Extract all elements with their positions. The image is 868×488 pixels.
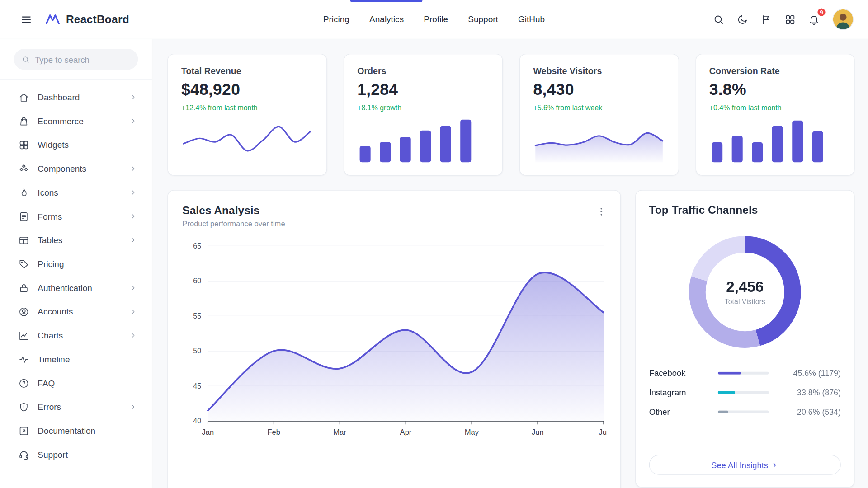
sidebar-item-label: Forms (38, 211, 121, 221)
doc-icon (18, 425, 29, 436)
sidebar-item-label: Documentation (38, 426, 137, 436)
tag-icon (18, 258, 29, 270)
user-avatar[interactable] (833, 9, 854, 30)
stat-card-website-visitors: Website Visitors8,430+5.6% from last wee… (519, 54, 679, 176)
sidebar-item-support[interactable]: Support (8, 443, 144, 467)
sidebar-item-label: Widgets (38, 140, 137, 150)
stat-sparkline (533, 115, 665, 164)
home-icon (18, 92, 29, 103)
sidebar-item-pricing[interactable]: Pricing (8, 252, 144, 276)
channel-progress-fill (718, 372, 741, 375)
search-icon (712, 14, 724, 25)
stat-title: Conversion Rate (709, 66, 841, 76)
apps-grid-icon (784, 14, 796, 25)
language-button[interactable] (757, 10, 776, 29)
chevron-right-icon (129, 117, 137, 125)
svg-text:40: 40 (193, 417, 201, 425)
channel-stat: 45.6% (1179) (775, 369, 841, 378)
nav-profile[interactable]: Profile (416, 0, 456, 39)
sidebar-item-forms[interactable]: Forms (8, 204, 144, 228)
sidebar-item-label: Icons (38, 188, 121, 197)
dark-mode-button[interactable] (733, 10, 752, 29)
bag-icon (18, 116, 29, 127)
apps-button[interactable] (780, 10, 799, 29)
stat-delta: +5.6% from last week (533, 103, 665, 112)
shell: DashboardEcommerceWidgetsComponentsIcons… (0, 39, 868, 488)
sidebar-item-label: Components (38, 164, 121, 174)
sidebar-item-authentication[interactable]: Authentication (8, 276, 144, 300)
headset-icon (18, 449, 29, 460)
channel-name: Instagram (649, 388, 711, 397)
sidebar-item-dashboard[interactable]: Dashboard (8, 85, 144, 109)
sidebar-item-components[interactable]: Components (8, 157, 144, 181)
topbar-left: ReactBoard (17, 10, 129, 29)
svg-text:65: 65 (193, 242, 201, 250)
sidebar-item-tables[interactable]: Tables (8, 228, 144, 252)
chevron-right-icon (129, 403, 137, 411)
nav-pricing[interactable]: Pricing (316, 0, 357, 39)
sidebar-nav: DashboardEcommerceWidgetsComponentsIcons… (0, 80, 152, 472)
svg-text:Jul: Jul (599, 428, 607, 436)
sidebar-item-faq[interactable]: FAQ (8, 371, 144, 395)
svg-text:45: 45 (193, 382, 201, 390)
topbar-right: 9 (709, 9, 854, 30)
nav-label: Support (468, 14, 498, 24)
channel-stat: 33.8% (876) (775, 388, 841, 397)
nav-label: Pricing (323, 14, 349, 24)
stat-card-conversion-rate: Conversion Rate3.8%+0.4% from last month (695, 54, 854, 176)
svg-text:May: May (465, 428, 479, 436)
sidebar-item-label: Charts (38, 330, 121, 340)
components-icon (18, 163, 29, 174)
nav-github[interactable]: GitHub (510, 0, 552, 39)
sidebar-item-label: Ecommerce (38, 116, 121, 126)
channel-progress-bar (718, 391, 769, 394)
sidebar-item-errors[interactable]: Errors (8, 395, 144, 419)
sidebar-item-charts[interactable]: Charts (8, 324, 144, 347)
traffic-donut-svg (681, 228, 809, 356)
brand-text: ReactBoard (66, 13, 129, 26)
menu-button[interactable] (17, 10, 36, 29)
traffic-card-title: Top Traffic Channels (649, 204, 841, 216)
sidebar-search-input[interactable] (35, 55, 130, 64)
channel-progress-fill (718, 391, 735, 394)
channel-list: Facebook45.6% (1179)Instagram33.8% (876)… (649, 368, 841, 417)
channel-progress-bar (718, 411, 769, 413)
page-scale-wrapper: ReactBoard PricingAnalyticsProfileSuppor… (0, 0, 868, 488)
stat-delta: +12.4% from last month (181, 103, 313, 112)
sidebar: DashboardEcommerceWidgetsComponentsIcons… (0, 39, 152, 488)
channel-row-instagram: Instagram33.8% (876) (649, 388, 841, 397)
channel-progress-bar (718, 372, 769, 375)
sidebar-item-widgets[interactable]: Widgets (8, 133, 144, 157)
sidebar-item-label: Errors (38, 402, 121, 412)
sales-card-menu-button[interactable] (593, 203, 610, 221)
sidebar-item-documentation[interactable]: Documentation (8, 419, 144, 443)
sidebar-item-label: Accounts (38, 307, 121, 317)
app: ReactBoard PricingAnalyticsProfileSuppor… (0, 0, 868, 488)
notifications: 9 (804, 10, 823, 29)
nav-analytics[interactable]: Analytics (362, 0, 411, 39)
sidebar-item-timeline[interactable]: Timeline (8, 347, 144, 371)
top-navigation: PricingAnalyticsProfileSupportGitHub (316, 0, 553, 39)
topbar: ReactBoard PricingAnalyticsProfileSuppor… (0, 0, 868, 39)
search-icon (22, 55, 30, 64)
stat-sparkline (357, 115, 489, 164)
see-all-insights-button[interactable]: See All Insights (649, 455, 841, 475)
sidebar-item-ecommerce[interactable]: Ecommerce (8, 109, 144, 133)
chevron-right-icon (129, 212, 137, 221)
brand[interactable]: ReactBoard (44, 11, 129, 28)
sales-card-title: Sales Analysis (182, 204, 606, 217)
sidebar-item-label: Dashboard (38, 92, 121, 102)
stat-sparkline (709, 115, 841, 164)
sidebar-item-icons[interactable]: Icons (8, 181, 144, 205)
sales-card-subtitle: Product performance over time (182, 220, 606, 228)
search-button[interactable] (709, 10, 728, 29)
sidebar-item-accounts[interactable]: Accounts (8, 300, 144, 324)
nav-support[interactable]: Support (460, 0, 506, 39)
chart-icon (18, 330, 29, 341)
grid-icon (18, 139, 29, 150)
chevron-right-icon (129, 188, 137, 197)
svg-text:Mar: Mar (333, 428, 346, 436)
sidebar-search-box (14, 49, 138, 70)
sidebar-item-label: FAQ (38, 378, 137, 388)
nav-label: GitHub (518, 14, 545, 24)
